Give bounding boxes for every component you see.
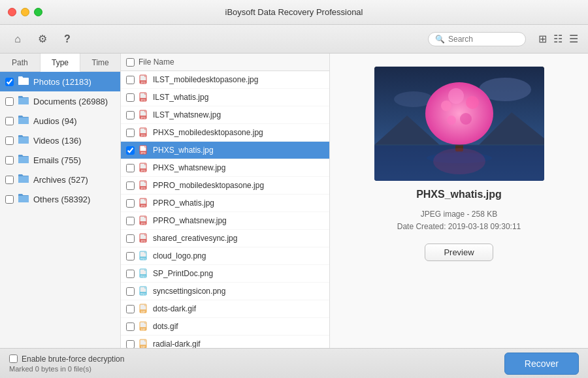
file-type-icon: JPG [139, 145, 149, 155]
sidebar-item-videos[interactable]: Videos (136) [0, 131, 120, 150]
file-name: radial-dark.gif [153, 339, 324, 348]
file-checkbox-2[interactable] [126, 111, 135, 119]
preview-meta: JPEG image - 258 KB Date Created: 2019-0… [397, 208, 521, 233]
file-name: PHXS_mobiledesktopasone.jpg [153, 128, 324, 137]
file-name: shared_creativesync.jpg [153, 234, 324, 243]
help-icon: ? [64, 33, 71, 45]
file-row[interactable]: GIF dots.gif [121, 318, 329, 336]
bottom-left: Enable brute-force decryption Marked 0 b… [9, 354, 494, 373]
sidebar-items: Photos (12183) Documents (26988) Audios … [0, 72, 120, 209]
sidebar-item-label: Documents (26988) [33, 97, 108, 106]
sidebar-item-documents[interactable]: Documents (26988) [0, 91, 120, 111]
sidebar-item-audios[interactable]: Audios (94) [0, 111, 120, 131]
file-list: File Name JPG ILST_mobiledesktopasone.jp… [121, 54, 330, 348]
sidebar-item-checkbox-4[interactable] [5, 156, 14, 165]
file-row[interactable]: PNG SP_PrintDoc.png [121, 265, 329, 283]
minimize-button[interactable] [21, 8, 29, 16]
file-row[interactable]: JPG ILST_mobiledesktopasone.jpg [121, 71, 329, 89]
file-type-icon: JPG [139, 163, 149, 173]
toolbar: ⌂ ⚙ ? 🔍 ⊞ ☷ ☰ [0, 25, 588, 54]
file-name: ILST_whatis.jpg [153, 93, 324, 102]
file-checkbox-13[interactable] [126, 305, 135, 313]
file-checkbox-0[interactable] [126, 76, 135, 84]
file-name: ILST_whatsnew.jpg [153, 110, 324, 119]
recover-button[interactable]: Recover [504, 353, 579, 375]
file-list-header: File Name [121, 54, 329, 71]
thumbnail-view-button[interactable]: ⊞ [536, 31, 549, 47]
sidebar-item-checkbox-2[interactable] [5, 117, 14, 125]
home-icon: ⌂ [14, 33, 21, 45]
file-name: cloud_logo.png [153, 251, 324, 260]
sidebar-item-checkbox-5[interactable] [5, 176, 14, 184]
file-checkbox-3[interactable] [126, 129, 135, 137]
sidebar-item-others[interactable]: Others (58392) [0, 189, 120, 209]
svg-text:GIF: GIF [141, 310, 146, 313]
tab-type[interactable]: Type [41, 54, 81, 72]
tab-time[interactable]: Time [80, 54, 120, 71]
sidebar-item-label: Others (58392) [33, 195, 90, 204]
file-name: ILST_mobiledesktopasone.jpg [153, 75, 324, 84]
sidebar-item-checkbox-1[interactable] [5, 97, 14, 106]
file-checkbox-6[interactable] [126, 181, 135, 190]
brute-force-checkbox[interactable] [9, 354, 18, 363]
folder-icon [18, 75, 29, 88]
search-icon: 🔍 [435, 35, 445, 44]
file-checkbox-10[interactable] [126, 252, 135, 260]
file-type-icon: GIF [139, 339, 149, 348]
sidebar-item-emails[interactable]: Emails (755) [0, 150, 120, 170]
columns-view-button[interactable]: ☷ [551, 31, 564, 47]
file-checkbox-12[interactable] [126, 287, 135, 296]
file-checkbox-1[interactable] [126, 93, 135, 102]
sidebar-item-photos[interactable]: Photos (12183) [0, 72, 120, 91]
folder-icon [18, 134, 29, 147]
folder-icon [18, 153, 29, 166]
file-row[interactable]: JPG PPRO_whatis.jpg [121, 195, 329, 212]
file-checkbox-9[interactable] [126, 234, 135, 243]
file-row[interactable]: GIF radial-dark.gif [121, 336, 329, 348]
sidebar-item-label: Archives (527) [33, 175, 88, 185]
svg-text:JPG: JPG [140, 222, 146, 225]
sidebar-item-checkbox-0[interactable] [5, 78, 14, 86]
search-input[interactable] [448, 35, 520, 44]
svg-point-58 [460, 113, 472, 125]
sidebar-item-archives[interactable]: Archives (527) [0, 170, 120, 189]
svg-point-59 [447, 116, 456, 125]
sidebar-item-label: Emails (755) [33, 155, 81, 165]
file-row[interactable]: JPG ILST_whatis.jpg [121, 89, 329, 106]
file-checkbox-4[interactable] [126, 146, 135, 155]
folder-icon [18, 95, 29, 108]
file-row[interactable]: PNG syncsettingsicon.png [121, 283, 329, 300]
svg-point-56 [466, 96, 479, 109]
file-name: PHXS_whatis.jpg [153, 146, 324, 155]
tab-path[interactable]: Path [0, 54, 41, 71]
file-checkbox-8[interactable] [126, 217, 135, 225]
file-row[interactable]: JPG PPRO_mobiledesktopasone.jpg [121, 177, 329, 195]
maximize-button[interactable] [34, 8, 42, 16]
list-view-button[interactable]: ☰ [567, 31, 580, 47]
select-all-checkbox[interactable] [126, 58, 135, 67]
svg-point-60 [433, 148, 485, 174]
file-checkbox-15[interactable] [126, 340, 135, 349]
preview-button[interactable]: Preview [425, 244, 493, 261]
file-row[interactable]: GIF dots-dark.gif [121, 300, 329, 318]
close-button[interactable] [8, 8, 16, 16]
file-row[interactable]: JPG PHXS_mobiledesktopasone.jpg [121, 124, 329, 142]
file-row[interactable]: JPG PHXS_whatis.jpg [121, 142, 329, 159]
file-checkbox-7[interactable] [126, 199, 135, 208]
file-type-icon: GIF [139, 304, 149, 314]
file-row[interactable]: PNG cloud_logo.png [121, 247, 329, 265]
sidebar-item-checkbox-3[interactable] [5, 136, 14, 145]
file-row[interactable]: JPG shared_creativesync.jpg [121, 230, 329, 247]
traffic-lights [8, 8, 42, 16]
help-button[interactable]: ? [57, 29, 77, 49]
file-checkbox-5[interactable] [126, 164, 135, 172]
home-button[interactable]: ⌂ [8, 29, 27, 49]
file-row[interactable]: JPG PHXS_whatsnew.jpg [121, 159, 329, 177]
file-checkbox-11[interactable] [126, 270, 135, 278]
file-checkbox-14[interactable] [126, 323, 135, 331]
sidebar-item-checkbox-6[interactable] [5, 195, 14, 204]
file-row[interactable]: JPG PPRO_whatsnew.jpg [121, 212, 329, 230]
file-type-icon: JPG [139, 110, 149, 120]
settings-button[interactable]: ⚙ [33, 29, 52, 49]
file-row[interactable]: JPG ILST_whatsnew.jpg [121, 106, 329, 124]
